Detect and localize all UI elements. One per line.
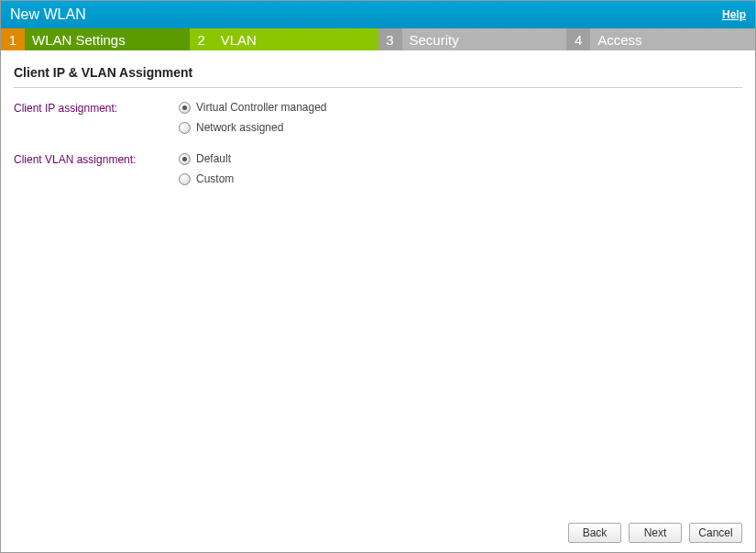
cancel-button[interactable]: Cancel [689,523,742,543]
field-label: Client IP assignment: [14,101,179,134]
step-number: 1 [1,28,25,50]
radio-icon[interactable] [179,173,191,185]
field-options: Virtual Controller managed Network assig… [179,101,327,134]
section-title: Client IP & VLAN Assignment [14,60,742,88]
step-number: 4 [566,28,590,50]
option-label: Default [196,152,231,165]
step-vlan[interactable]: 2 VLAN [190,28,378,50]
window-title: New WLAN [10,6,86,23]
option-label: Network assigned [196,121,283,134]
option-virtual-controller-managed[interactable]: Virtual Controller managed [179,101,327,114]
radio-icon[interactable] [179,102,191,114]
step-label: Access [590,28,755,50]
field-client-vlan-assignment: Client VLAN assignment: Default Custom [14,152,742,185]
field-label: Client VLAN assignment: [14,152,179,185]
step-security[interactable]: 3 Security [378,28,567,50]
step-label: Security [402,28,567,50]
wizard-content: Client IP & VLAN Assignment Client IP as… [1,50,755,552]
field-client-ip-assignment: Client IP assignment: Virtual Controller… [14,101,742,134]
option-label: Custom [196,172,234,185]
step-number: 3 [378,28,402,50]
step-wlan-settings[interactable]: 1 WLAN Settings [1,28,190,50]
option-network-assigned[interactable]: Network assigned [179,121,327,134]
next-button[interactable]: Next [629,523,682,543]
option-label: Virtual Controller managed [196,101,327,114]
new-wlan-wizard: New WLAN Help 1 WLAN Settings 2 VLAN 3 S… [0,0,756,553]
step-access[interactable]: 4 Access [566,28,755,50]
back-button[interactable]: Back [568,523,621,543]
step-label: VLAN [214,28,378,50]
step-label: WLAN Settings [25,28,190,50]
option-custom[interactable]: Custom [179,172,234,185]
radio-icon[interactable] [179,153,191,165]
radio-icon[interactable] [179,122,191,134]
option-default[interactable]: Default [179,152,234,165]
step-number: 2 [190,28,214,50]
field-options: Default Custom [179,152,234,185]
help-link[interactable]: Help [722,8,746,21]
titlebar: New WLAN Help [1,1,755,28]
wizard-steps: 1 WLAN Settings 2 VLAN 3 Security 4 Acce… [1,28,755,50]
wizard-footer: Back Next Cancel [568,523,742,543]
